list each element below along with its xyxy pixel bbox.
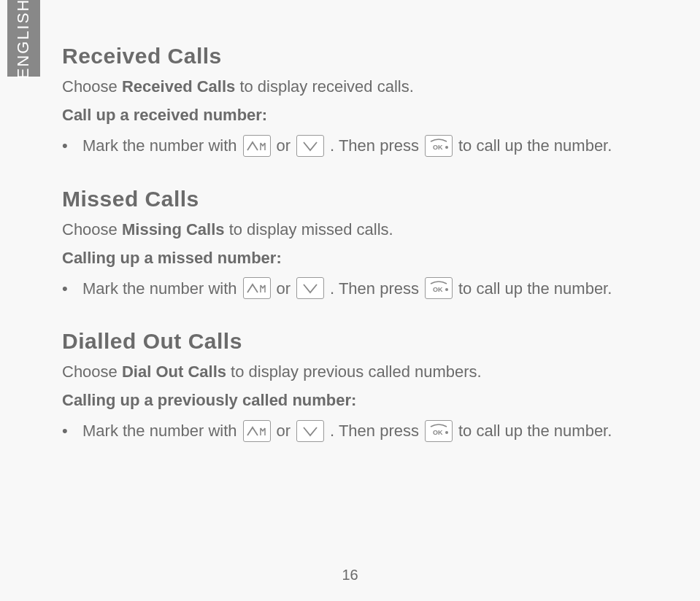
language-label: ENGLISH: [15, 0, 34, 79]
callup-missed: Calling up a missed number:: [62, 246, 656, 270]
down-icon: [296, 135, 324, 157]
ok-icon: OK: [425, 420, 453, 442]
section-received: Received Calls Choose Received Calls to …: [62, 44, 656, 160]
svg-text:OK: OK: [433, 144, 443, 151]
choose-received: Choose Received Calls to display receive…: [62, 74, 656, 98]
heading-dialled: Dialled Out Calls: [62, 329, 656, 354]
ok-icon: OK: [425, 277, 453, 299]
bullet-dialled: Mark the number with or . Then press OK: [82, 416, 656, 446]
svg-text:OK: OK: [433, 429, 443, 436]
bullet-received: Mark the number with or . Then press OK: [82, 131, 656, 160]
heading-missed: Missed Calls: [62, 187, 656, 212]
svg-point-3: [445, 288, 448, 291]
language-tab: ENGLISH: [7, 0, 40, 77]
svg-text:OK: OK: [433, 286, 443, 293]
choose-dialled: Choose Dial Out Calls to display previou…: [62, 360, 656, 384]
heading-received: Received Calls: [62, 44, 656, 69]
ok-icon: OK: [425, 135, 453, 157]
up-m-icon: [243, 135, 271, 157]
choose-missed: Choose Missing Calls to display missed c…: [62, 217, 656, 241]
section-missed: Missed Calls Choose Missing Calls to dis…: [62, 187, 656, 303]
bullet-missed: Mark the number with or . Then press OK: [82, 274, 656, 303]
page-number: 16: [0, 567, 700, 583]
callup-received: Call up a received number:: [62, 103, 656, 127]
callup-dialled: Calling up a previously called number:: [62, 388, 656, 412]
up-m-icon: [243, 277, 271, 299]
down-icon: [296, 277, 324, 299]
svg-point-5: [445, 431, 448, 434]
down-icon: [296, 420, 324, 442]
main-content: Received Calls Choose Received Calls to …: [62, 44, 656, 472]
section-dialled: Dialled Out Calls Choose Dial Out Calls …: [62, 329, 656, 446]
up-m-icon: [243, 420, 271, 442]
svg-point-1: [445, 146, 448, 149]
